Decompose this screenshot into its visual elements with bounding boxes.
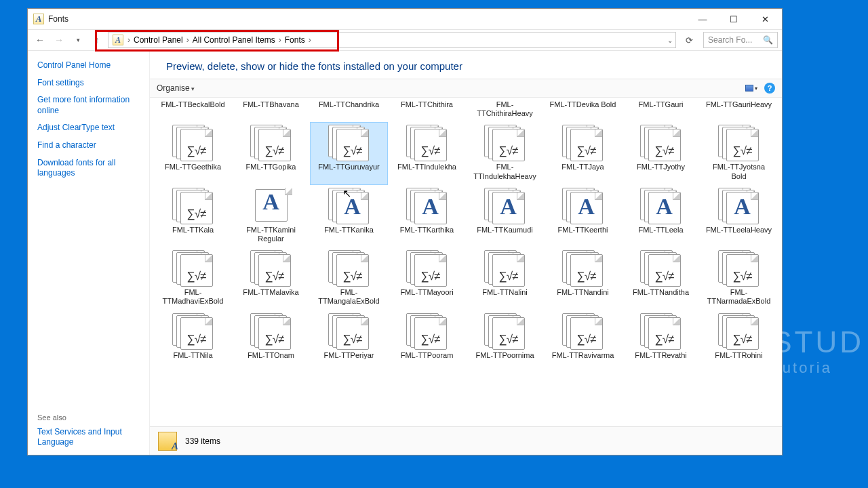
- font-item[interactable]: AFML-TTLeelaHeavy: [700, 185, 778, 247]
- font-item[interactable]: AFML-TTKeerthi: [544, 185, 622, 247]
- font-file-icon: A: [328, 188, 370, 223]
- forward-button[interactable]: →: [51, 32, 67, 48]
- font-item[interactable]: ∑√≠FML-TTJyotsna Bold: [700, 122, 778, 184]
- font-item[interactable]: ∑√≠FML-TTGopika: [232, 122, 310, 184]
- font-item[interactable]: FML-TTGauri: [622, 100, 700, 122]
- font-item[interactable]: ∑√≠FML-TTGeethika: [154, 122, 232, 184]
- chevron-icon[interactable]: ›: [185, 35, 191, 45]
- organise-menu[interactable]: Organise: [157, 83, 195, 93]
- font-item[interactable]: ∑√≠FML-TTRavivarma: [544, 310, 622, 364]
- font-item[interactable]: ∑√≠FML-TTMadhaviExBold: [154, 247, 232, 310]
- font-label: FML-TTGopika: [246, 163, 296, 171]
- breadcrumb-item[interactable]: All Control Panel Items: [191, 35, 277, 45]
- maximize-button[interactable]: ☐: [718, 9, 749, 29]
- chevron-icon[interactable]: ›: [277, 35, 283, 45]
- font-item[interactable]: ∑√≠FML-TTNarmadaExBold: [700, 247, 778, 310]
- font-item[interactable]: ∑√≠FML-TTPeriyar: [310, 310, 388, 364]
- sidebar: Control Panel Home Font settingsGet more…: [28, 51, 150, 455]
- help-button[interactable]: ?: [764, 83, 775, 94]
- chevron-icon[interactable]: ›: [126, 35, 132, 45]
- font-item[interactable]: ∑√≠FML-TTNandini: [544, 247, 622, 310]
- control-panel-home-link[interactable]: Control Panel Home: [37, 60, 140, 71]
- font-item[interactable]: ∑√≠FML-TTMayoori: [388, 247, 466, 310]
- font-file-icon: ∑√≠: [640, 250, 682, 285]
- font-item[interactable]: ∑√≠FML-TTPoornima: [466, 310, 544, 364]
- breadcrumb-item[interactable]: Fonts: [283, 35, 307, 45]
- refresh-button[interactable]: ⟳: [682, 33, 696, 47]
- font-item[interactable]: FML-TTBeckalBold: [154, 100, 232, 122]
- font-item[interactable]: ∑√≠FML-TTNila: [154, 310, 232, 364]
- font-item[interactable]: ∑√≠FML-TTGuruvayur: [310, 122, 388, 184]
- font-file-icon: ∑√≠: [172, 313, 214, 348]
- breadcrumb-item[interactable]: Control Panel: [132, 35, 185, 45]
- minimize-button[interactable]: —: [687, 9, 718, 29]
- font-item[interactable]: ∑√≠FML-TTIndulekhaHeavy: [466, 122, 544, 184]
- font-file-icon: ∑√≠: [250, 125, 292, 160]
- font-file-icon: ∑√≠: [562, 250, 604, 285]
- font-label: FML-TTKarthika: [400, 226, 454, 235]
- font-label: FML-TTMayoori: [400, 288, 453, 297]
- font-file-icon: ∑√≠: [172, 188, 214, 223]
- font-label: FML-TTKanika: [324, 226, 374, 235]
- font-item[interactable]: ∑√≠FML-TTNalini: [466, 247, 544, 310]
- font-item[interactable]: AFML-TTLeela: [622, 185, 700, 247]
- font-file-icon: ∑√≠: [484, 125, 526, 160]
- font-grid-scroll[interactable]: FML-TTBeckalBoldFML-TTBhavanaFML-TTChand…: [150, 98, 782, 426]
- font-item[interactable]: FML-TTBhavana: [232, 100, 310, 122]
- close-button[interactable]: ✕: [749, 9, 781, 29]
- view-options-button[interactable]: ▾: [745, 85, 757, 92]
- font-label: FML-TTChithira: [401, 100, 453, 109]
- font-item[interactable]: ∑√≠FML-TTKala: [154, 185, 232, 247]
- font-item[interactable]: FML-TTChandrika: [310, 100, 388, 122]
- fonts-window: A Fonts — ☐ ✕ ← → ▾ ↑ A › Control Panel …: [27, 8, 783, 455]
- font-item[interactable]: FML-TTChithiraHeavy: [466, 100, 544, 122]
- font-item[interactable]: ∑√≠FML-TTNanditha: [622, 247, 700, 310]
- sidebar-link[interactable]: Download fonts for all languages: [37, 158, 140, 179]
- font-item[interactable]: ∑√≠FML-TTMalavika: [232, 247, 310, 310]
- chevron-icon[interactable]: ›: [307, 35, 313, 45]
- font-label: FML-TTMangalaExBold: [315, 288, 383, 306]
- font-file-icon: ∑√≠: [406, 125, 448, 160]
- font-item[interactable]: ∑√≠FML-TTRevathi: [622, 310, 700, 364]
- font-file-icon: ∑√≠: [406, 250, 448, 285]
- font-item[interactable]: ∑√≠FML-TTJaya: [544, 122, 622, 184]
- font-label: FML-TTBeckalBold: [161, 100, 224, 109]
- recent-dropdown[interactable]: ▾: [70, 32, 86, 48]
- font-label: FML-TTOnam: [248, 351, 294, 360]
- address-dropdown-icon[interactable]: ⌄: [667, 37, 673, 44]
- font-label: FML-TTNila: [173, 351, 212, 360]
- window-title: Fonts: [48, 14, 68, 24]
- sidebar-link[interactable]: Font settings: [37, 78, 140, 89]
- font-item[interactable]: FML-TTDevika Bold: [544, 100, 622, 122]
- window-buttons: — ☐ ✕: [687, 9, 781, 29]
- font-file-icon: A: [250, 188, 292, 223]
- font-file-icon: A: [640, 188, 682, 223]
- font-item[interactable]: FML-TTGauriHeavy: [700, 100, 778, 122]
- font-item[interactable]: AFML-TTKaumudi: [466, 185, 544, 247]
- search-input[interactable]: Search Fo... 🔍: [703, 32, 778, 48]
- font-label: FML-TTLeela: [638, 226, 683, 235]
- titlebar: A Fonts — ☐ ✕: [28, 9, 782, 29]
- font-item[interactable]: AFML-TTKarthika: [388, 185, 466, 247]
- font-item[interactable]: ∑√≠FML-TTPooram: [388, 310, 466, 364]
- up-button[interactable]: ↑: [89, 32, 105, 48]
- breadcrumb[interactable]: A › Control Panel › All Control Panel It…: [108, 32, 676, 48]
- search-placeholder: Search Fo...: [708, 35, 752, 45]
- sidebar-link[interactable]: Find a character: [37, 140, 140, 151]
- font-item[interactable]: ∑√≠FML-TTMangalaExBold: [310, 247, 388, 310]
- see-also-link[interactable]: Text Services and Input Language: [37, 427, 140, 448]
- font-label: FML-TTMalavika: [243, 288, 299, 297]
- sidebar-link[interactable]: Get more font information online: [37, 95, 140, 116]
- sidebar-link[interactable]: Adjust ClearType text: [37, 123, 140, 134]
- font-item[interactable]: AFML-TTKamini Regular: [232, 185, 310, 247]
- back-button[interactable]: ←: [32, 32, 48, 48]
- font-item[interactable]: FML-TTChithira: [388, 100, 466, 122]
- font-item[interactable]: ∑√≠FML-TTIndulekha: [388, 122, 466, 184]
- font-item[interactable]: AFML-TTKanika: [310, 185, 388, 247]
- font-item[interactable]: ∑√≠FML-TTRohini: [700, 310, 778, 364]
- font-label: FML-TTGeethika: [165, 163, 221, 171]
- item-count: 339 items: [185, 436, 220, 446]
- font-label: FML-TTIndulekha: [397, 163, 456, 171]
- font-item[interactable]: ∑√≠FML-TTJyothy: [622, 122, 700, 184]
- font-item[interactable]: ∑√≠FML-TTOnam: [232, 310, 310, 364]
